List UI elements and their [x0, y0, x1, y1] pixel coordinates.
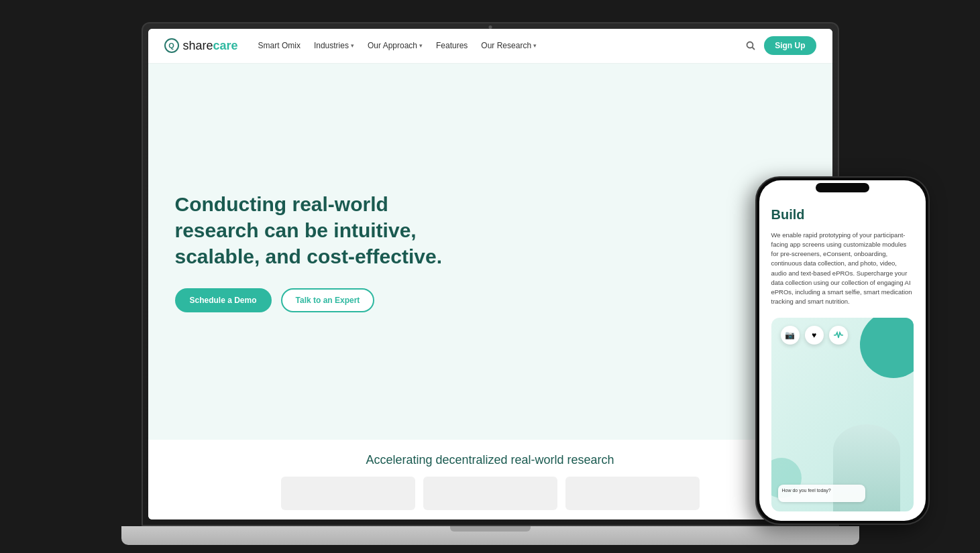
laptop-body [121, 526, 859, 545]
nav-our-research[interactable]: Our Research ▾ [481, 41, 537, 50]
phone-notch [816, 183, 869, 192]
hero-buttons: Schedule a Demo Talk to an Expert [175, 288, 806, 312]
laptop-screen: sharecare Smart Omix Industries ▾ Our Ap… [148, 29, 832, 519]
logo-icon [164, 38, 179, 53]
phone-image-area: 📷 ♥ How do you feel today? [771, 318, 914, 511]
svg-line-1 [753, 48, 755, 50]
phone-device: Build We enable rapid prototyping of you… [755, 176, 930, 525]
research-arrow: ▾ [533, 42, 537, 49]
accelerating-section: Accelerating decentralized real-world re… [148, 440, 832, 519]
nav-our-approach[interactable]: Our Approach ▾ [368, 41, 423, 50]
chat-bubble: How do you feel today? [778, 485, 865, 502]
logo-care: care [213, 39, 238, 52]
phone-circle-teal [860, 318, 914, 378]
search-icon[interactable] [745, 40, 756, 51]
logo: sharecare [164, 38, 238, 53]
industries-arrow: ▾ [351, 42, 354, 49]
approach-arrow: ▾ [419, 42, 423, 49]
nav-features[interactable]: Features [436, 41, 468, 50]
nav-industries[interactable]: Industries ▾ [314, 41, 354, 50]
schedule-demo-button[interactable]: Schedule a Demo [175, 288, 272, 312]
scene: sharecare Smart Omix Industries ▾ Our Ap… [38, 9, 943, 545]
phone-body-text: We enable rapid prototyping of your part… [771, 231, 914, 307]
card-3 [565, 477, 700, 510]
phone-pulse-icon [829, 326, 848, 345]
phone-camera-icon: 📷 [781, 326, 800, 345]
laptop: sharecare Smart Omix Industries ▾ Our Ap… [121, 22, 859, 545]
camera-dot [488, 25, 492, 29]
phone-section-title: Build [771, 207, 914, 223]
phone-heart-icon: ♥ [805, 326, 824, 345]
card-2 [423, 477, 557, 510]
hero-headline: Conducting real-world research can be in… [175, 191, 470, 269]
phone-screen: Build We enable rapid prototyping of you… [759, 180, 926, 521]
signup-button[interactable]: Sign Up [764, 36, 816, 55]
website: sharecare Smart Omix Industries ▾ Our Ap… [148, 29, 832, 519]
hero-text-area: Conducting real-world research can be in… [148, 64, 832, 440]
talk-expert-button[interactable]: Talk to an Expert [281, 288, 375, 312]
card-row [175, 477, 806, 510]
card-1 [281, 477, 415, 510]
logo-share: share [183, 39, 213, 52]
nav-links: Smart Omix Industries ▾ Our Approach ▾ F… [258, 41, 746, 50]
laptop-lid: sharecare Smart Omix Industries ▾ Our Ap… [142, 22, 839, 526]
nav-smart-omix[interactable]: Smart Omix [258, 41, 301, 50]
accelerating-title: Accelerating decentralized real-world re… [175, 453, 806, 467]
navbar: sharecare Smart Omix Industries ▾ Our Ap… [148, 29, 832, 64]
svg-point-0 [747, 42, 753, 48]
nav-right: Sign Up [745, 36, 816, 55]
logo-text: sharecare [183, 39, 238, 53]
phone-content: Build We enable rapid prototyping of you… [759, 180, 926, 521]
hero-section: ♥ + [148, 64, 832, 440]
